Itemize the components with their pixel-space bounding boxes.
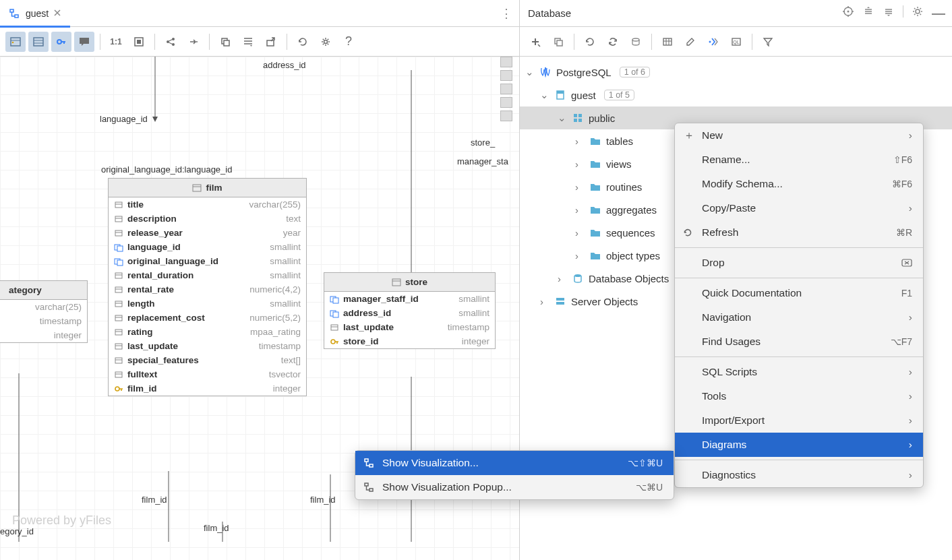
edit-icon[interactable] bbox=[680, 32, 701, 52]
menu-rename[interactable]: Rename...⇧F6 bbox=[675, 148, 923, 172]
menu-import-export[interactable]: Import/Export› bbox=[675, 408, 923, 433]
column-row[interactable]: language_idsmallint bbox=[109, 240, 306, 254]
schema-icon bbox=[571, 113, 585, 123]
folder-icon bbox=[589, 205, 602, 214]
column-row[interactable]: store_idinteger bbox=[324, 334, 495, 348]
tab-guest[interactable]: guest bbox=[0, 0, 70, 27]
badge: 1 of 6 bbox=[620, 67, 650, 77]
svg-rect-54 bbox=[331, 325, 338, 330]
arrow-icon[interactable] bbox=[183, 32, 204, 52]
column-row[interactable]: original_language_idsmallint bbox=[109, 254, 306, 268]
svg-rect-75 bbox=[556, 302, 564, 305]
duplicate-icon[interactable] bbox=[548, 32, 568, 52]
column-row[interactable]: descriptiontext bbox=[109, 212, 306, 226]
tree-label: Server Objects bbox=[571, 296, 638, 307]
menu-copy-paste[interactable]: Copy/Paste› bbox=[675, 196, 923, 220]
svg-rect-72 bbox=[578, 119, 582, 122]
menu-drop[interactable]: Drop bbox=[675, 251, 923, 275]
menu-refresh[interactable]: Refresh⌘R bbox=[675, 220, 923, 245]
menu-sql-scripts[interactable]: SQL Scripts› bbox=[675, 360, 923, 384]
tree-postgresql[interactable]: ⌄ PostgreSQL 1 of 6 bbox=[520, 61, 952, 84]
svg-rect-74 bbox=[556, 298, 564, 301]
refresh-icon[interactable] bbox=[293, 32, 313, 52]
expand-icon[interactable] bbox=[862, 5, 874, 21]
edge-label: manager_sta bbox=[457, 156, 508, 166]
svg-rect-78 bbox=[369, 464, 373, 467]
svg-rect-23 bbox=[115, 216, 122, 222]
column-row[interactable]: special_featurestext[] bbox=[109, 353, 306, 367]
menu-diagrams[interactable]: Diagrams› bbox=[675, 433, 923, 457]
collapse-icon[interactable] bbox=[883, 5, 895, 21]
add-icon[interactable] bbox=[525, 32, 545, 52]
column-row[interactable]: release_yearyear bbox=[109, 226, 306, 240]
fit-icon[interactable] bbox=[129, 32, 149, 52]
mode-columns-icon[interactable] bbox=[5, 32, 26, 52]
edge-label: address_id bbox=[263, 60, 306, 70]
indent-icon[interactable] bbox=[238, 32, 258, 52]
navigate-icon[interactable] bbox=[703, 32, 723, 52]
svg-rect-70 bbox=[578, 114, 582, 117]
mode-table-icon[interactable] bbox=[28, 32, 49, 52]
tab-bar: guest ⋮ bbox=[0, 0, 519, 27]
mode-comment-icon[interactable] bbox=[74, 32, 94, 52]
column-row[interactable]: rental_ratenumeric(4,2) bbox=[109, 282, 306, 297]
sync-icon[interactable] bbox=[603, 32, 623, 52]
share-icon[interactable] bbox=[160, 32, 181, 52]
diagram-toolbar: 1:1 ? bbox=[0, 27, 519, 57]
menu-find-usages[interactable]: Find Usages⌥F7 bbox=[675, 330, 923, 354]
column-row[interactable]: fulltexttsvector bbox=[109, 367, 306, 381]
submenu-show-visualization-popup[interactable]: Show Visualization Popup...⌥⌘U bbox=[355, 475, 674, 499]
target-icon[interactable] bbox=[842, 5, 854, 21]
menu-tools[interactable]: Tools› bbox=[675, 384, 923, 408]
panel-title: Database bbox=[528, 7, 571, 19]
column-row[interactable]: rental_durationsmallint bbox=[109, 268, 306, 282]
menu-modify-schema[interactable]: Modify Schema...⌘F6 bbox=[675, 172, 923, 196]
entity-title: store bbox=[405, 277, 427, 287]
copy-icon[interactable] bbox=[215, 32, 235, 52]
zoom-1-1-icon[interactable]: 1:1 bbox=[106, 32, 126, 52]
more-icon[interactable]: ⋮ bbox=[500, 6, 512, 21]
entity-store[interactable]: store manager_staff_idsmallintaddress_id… bbox=[324, 272, 496, 349]
column-row[interactable]: last_updatetimestamp bbox=[109, 339, 306, 353]
gear-icon[interactable] bbox=[912, 5, 924, 21]
help-icon[interactable]: ? bbox=[338, 32, 359, 52]
column-row[interactable]: last_updatetimestamp bbox=[324, 320, 495, 334]
filter-icon[interactable] bbox=[758, 32, 778, 52]
svg-rect-1 bbox=[15, 15, 18, 18]
column-row[interactable]: ratingmpaa_rating bbox=[109, 325, 306, 339]
postgres-icon bbox=[539, 66, 552, 78]
close-icon[interactable] bbox=[54, 9, 62, 18]
svg-rect-69 bbox=[574, 114, 577, 117]
column-row[interactable]: lengthsmallint bbox=[109, 297, 306, 311]
svg-point-58 bbox=[847, 11, 850, 13]
column-row[interactable]: address_idsmallint bbox=[324, 306, 495, 320]
entity-category[interactable]: ategory varchar(25) datetimestamp y_idin… bbox=[0, 280, 88, 343]
tree-label: guest bbox=[571, 90, 596, 101]
svg-point-47 bbox=[115, 387, 119, 391]
menu-new[interactable]: ＋New› bbox=[675, 123, 923, 148]
svg-rect-28 bbox=[117, 246, 123, 251]
menu-quick-doc[interactable]: Quick DocumentationF1 bbox=[675, 281, 923, 305]
entity-film[interactable]: film titlevarchar(255)descriptiontextrel… bbox=[108, 178, 307, 396]
gear-icon[interactable] bbox=[316, 32, 336, 52]
mode-key-icon[interactable] bbox=[51, 32, 71, 52]
refresh-icon[interactable] bbox=[580, 32, 600, 52]
stop-icon[interactable] bbox=[626, 32, 646, 52]
column-row[interactable]: film_idinteger bbox=[109, 381, 306, 396]
minimap bbox=[500, 57, 512, 121]
column-row[interactable]: titlevarchar(255) bbox=[109, 197, 306, 212]
export-icon[interactable] bbox=[261, 32, 281, 52]
diagram-icon bbox=[8, 7, 20, 20]
svg-point-14 bbox=[196, 41, 198, 42]
menu-navigation[interactable]: Navigation› bbox=[675, 305, 923, 330]
folder-icon bbox=[589, 159, 602, 168]
menu-diagnostics[interactable]: Diagnostics› bbox=[675, 463, 923, 487]
console-icon[interactable]: QL bbox=[726, 32, 746, 52]
submenu-show-visualization[interactable]: Show Visualization...⌥⇧⌘U bbox=[355, 451, 674, 475]
tree-guest[interactable]: ⌄ guest 1 of 5 bbox=[520, 84, 952, 106]
table-icon[interactable] bbox=[657, 32, 678, 52]
svg-point-56 bbox=[331, 340, 335, 344]
column-row[interactable]: manager_staff_idsmallint bbox=[324, 292, 495, 306]
column-row[interactable]: replacement_costnumeric(5,2) bbox=[109, 311, 306, 325]
minimize-icon[interactable]: — bbox=[932, 5, 945, 21]
